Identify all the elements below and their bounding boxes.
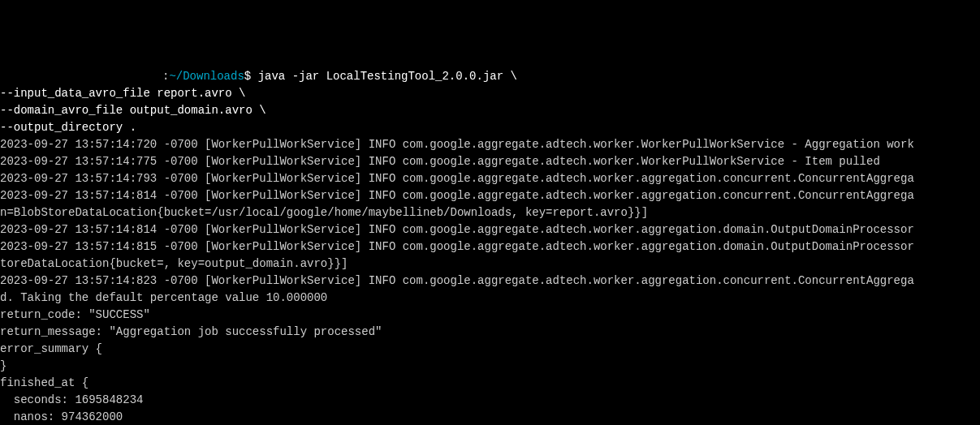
command-arg-2: --domain_avro_file output_domain.avro \ [0,104,266,117]
log-line: 2023-09-27 13:57:14:814 -0700 [WorkerPul… [0,189,914,202]
log-line: error_summary { [0,342,102,355]
log-line: 2023-09-27 13:57:14:815 -0700 [WorkerPul… [0,240,914,253]
log-line: 2023-09-27 13:57:14:823 -0700 [WorkerPul… [0,274,914,287]
log-line: 2023-09-27 13:57:14:793 -0700 [WorkerPul… [0,172,914,185]
log-line: n=BlobStoreDataLocation{bucket=/usr/loca… [0,206,648,219]
prompt-dollar: $ [244,70,251,83]
command-arg-1: --input_data_avro_file report.avro \ [0,87,245,100]
log-line: return_message: "Aggregation job success… [0,325,382,338]
log-line: seconds: 1695848234 [0,393,143,406]
redacted-hostname [0,71,162,83]
log-line: } [0,359,6,372]
log-line: finished_at { [0,376,89,389]
command-arg-3: --output_directory . [0,121,136,134]
log-line: nanos: 974362000 [0,410,123,423]
log-line: 2023-09-27 13:57:14:720 -0700 [WorkerPul… [0,138,914,151]
log-line: d. Taking the default percentage value 1… [0,291,327,304]
command-text: java -jar LocalTestingTool_2.0.0.jar \ [251,70,517,83]
log-line: 2023-09-27 13:57:14:814 -0700 [WorkerPul… [0,223,914,236]
terminal-output[interactable]: :~/Downloads$ java -jar LocalTestingTool… [0,68,980,425]
prompt-path: ~/Downloads [169,70,244,83]
log-line: toreDataLocation{bucket=, key=output_dom… [0,257,348,270]
log-line: 2023-09-27 13:57:14:775 -0700 [WorkerPul… [0,155,880,168]
log-line: return_code: "SUCCESS" [0,308,150,321]
prompt-line: :~/Downloads$ java -jar LocalTestingTool… [0,70,517,83]
